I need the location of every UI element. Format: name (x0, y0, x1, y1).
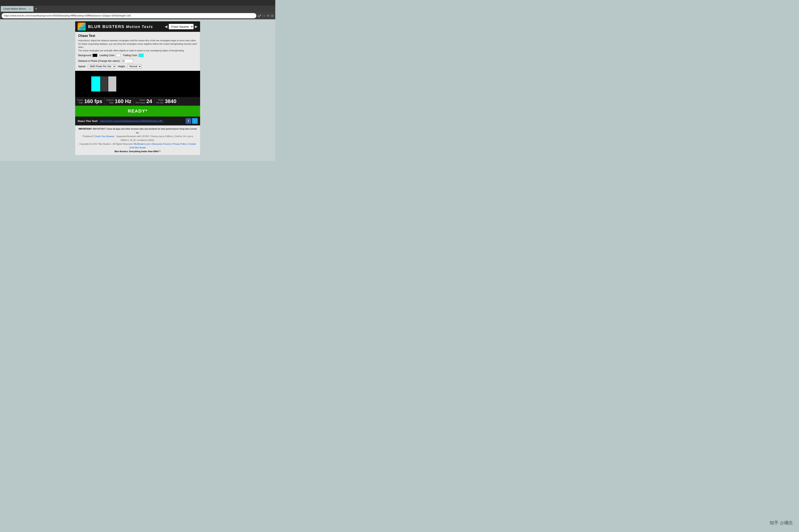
pixels-per-sec-label: PixelsPer Sec (157, 99, 164, 104)
trailing-color-label: Trailing Color: (123, 54, 138, 57)
leading-color-control: Leading Color: (99, 54, 121, 57)
leading-color-swatch[interactable] (116, 54, 121, 57)
footer-important: IMPORTANT: IMPORTANT: Close all apps and… (78, 127, 197, 134)
ready-button[interactable]: READY* (75, 106, 200, 117)
animation-area (75, 71, 200, 97)
social-icons: f 🐦 (186, 118, 198, 124)
header-nav: ◀ Chase Squares ▶ (165, 24, 198, 30)
nav-next-button[interactable]: ▶ (195, 24, 198, 29)
refresh-rate-stat: RefreshRate 160 Hz (105, 97, 133, 106)
pixels-per-sec-value: 3840 (165, 98, 177, 104)
browser-icons: AA ☆ ↻ ⊡ (258, 14, 274, 18)
pixels-per-sec-stat: PixelsPer Sec 3840 (155, 97, 179, 106)
site-header: UFO BLUR BUSTERS Motion Tests ◀ Chase Sq… (75, 21, 200, 32)
site-title-area: BLUR BUSTERS Motion Tests (88, 24, 153, 29)
nav-select[interactable]: Chase Squares (169, 24, 194, 30)
controls-row-2: Speed: 3840 Pixels Per Sec 1920 Pixels P… (78, 64, 197, 69)
address-bar[interactable]: https://www.testufo.com/chase#background… (2, 13, 256, 18)
speed-label: Speed: (78, 65, 86, 68)
speed-select[interactable]: 3840 Pixels Per Sec 1920 Pixels Per Sec … (88, 64, 116, 69)
active-tab[interactable]: Chase Motion Bench... × (1, 6, 34, 12)
distance-control: Distance in Pixels (Change this value!): (78, 59, 133, 63)
page-content: UFO BLUR BUSTERS Motion Tests ◀ Chase Sq… (0, 19, 275, 161)
trailing-color-control: Trailing Color: (123, 54, 143, 57)
stats-bar: FrameRate 160 fps RefreshRate 160 Hz Pix… (75, 97, 200, 106)
leading-color-label: Leading Color: (99, 54, 115, 57)
frame-rate-value: 160 fps (84, 98, 102, 104)
tab-bar: Chase Motion Bench... × + (0, 6, 275, 12)
more-icon[interactable]: ⊡ (271, 14, 274, 17)
controls-row-1: Background: Leading Color: Trailing Colo… (78, 54, 197, 63)
bookmark-icon[interactable]: ☆ (263, 14, 266, 17)
pixels-per-frame-label: PixelsPer Frame (135, 99, 145, 104)
dark-square (101, 76, 108, 92)
privacy-policy-link[interactable]: Privacy Policy (173, 143, 186, 145)
address-url: https://www.testufo.com/chase#background… (4, 14, 131, 17)
refresh-icon[interactable]: ↻ (267, 14, 270, 17)
share-bar: Share This Test! www.testufo.com/chase#b… (75, 117, 200, 126)
tab-close-button[interactable]: × (29, 7, 31, 11)
frame-rate-label: FrameRate (77, 99, 83, 104)
logo-image: UFO (77, 22, 86, 31)
nav-prev-button[interactable]: ◀ (165, 24, 167, 29)
footer-area: IMPORTANT: IMPORTANT: Close all apps and… (75, 126, 200, 155)
footer-links: Copyright (C) 2017 Blur Busters - All Ri… (78, 142, 197, 150)
tab-title: Chase Motion Bench... (3, 7, 28, 10)
height-select[interactable]: Normal Tall Short (128, 64, 142, 69)
trailing-color-swatch[interactable] (139, 54, 144, 57)
height-label: Height: (118, 65, 126, 68)
site-title: BLUR BUSTERS Motion Tests (88, 24, 153, 29)
share-url[interactable]: www.testufo.com/chase#background=000000&… (100, 119, 164, 122)
distance-label: Distance in Pixels (Change this value!): (78, 60, 120, 62)
main-container: UFO BLUR BUSTERS Motion Tests ◀ Chase Sq… (75, 21, 200, 155)
check-browser-link[interactable]: Check Your Browser (94, 135, 114, 137)
page-title: Chase Test (78, 34, 197, 38)
facebook-icon[interactable]: f (186, 118, 191, 124)
cyan-square (91, 76, 101, 92)
logo-area: UFO (77, 22, 86, 31)
twitter-icon[interactable]: 🐦 (192, 118, 198, 124)
pixels-per-frame-value: 24 (146, 98, 152, 104)
frame-rate-stat: FrameRate 160 fps (75, 97, 105, 106)
pixels-per-frame-stat: PixelsPer Frame 24 (133, 97, 155, 106)
share-label: Share This Test! (77, 119, 98, 122)
chase-squares (91, 76, 116, 92)
background-label: Background: (78, 54, 92, 57)
discussion-forums-link[interactable]: Discussion Forums (152, 143, 171, 145)
refresh-rate-value: 160 Hz (115, 98, 131, 104)
instructions: Instructions: Adjust the distance betwee… (78, 39, 197, 52)
footer-tagline: Blur Busters: Everything better than 60H… (78, 150, 197, 153)
light-square (108, 76, 116, 92)
address-bar-row: https://www.testufo.com/chase#background… (0, 12, 275, 19)
footer-problems: *Problems? Check Your Browser . Supporte… (78, 134, 197, 142)
font-size-icon: AA (258, 14, 261, 18)
background-control: Background: (78, 54, 97, 57)
new-tab-button[interactable]: + (34, 7, 39, 11)
content-box: Chase Test Instructions: Adjust the dist… (75, 32, 200, 71)
background-swatch[interactable] (92, 54, 97, 57)
browser-top-bar (0, 0, 275, 6)
distance-input[interactable] (121, 59, 133, 63)
blur-busters-link[interactable]: BlurBusters.com (134, 143, 150, 145)
refresh-rate-label: RefreshRate (107, 99, 114, 104)
